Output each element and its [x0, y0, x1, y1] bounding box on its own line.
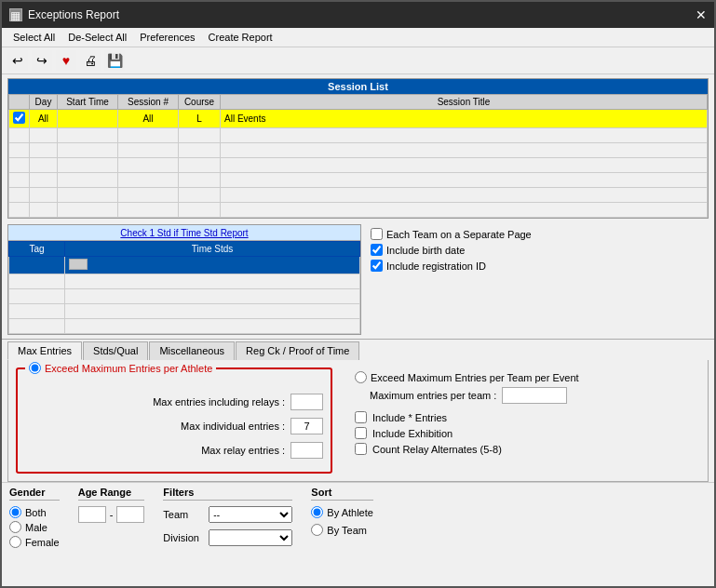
menu-select-all[interactable]: Select All [7, 30, 61, 45]
col-session: Session # [118, 95, 179, 110]
include-exhibition-option: Include Exhibition [355, 427, 696, 439]
exceed-team-label: Exceed Maximum Entries per Team per Even… [371, 372, 579, 383]
time-stds-row-selected [9, 257, 360, 274]
row-check[interactable] [9, 110, 30, 128]
redo-button[interactable]: ↪ [32, 50, 52, 71]
gender-both-radio[interactable] [9, 506, 21, 518]
age-separator: - [110, 509, 114, 520]
include-entries-label: Include * Entries [372, 412, 447, 423]
team-filter-select[interactable]: -- [209, 506, 292, 523]
window-icon: ▦ [9, 8, 22, 21]
max-per-team-label: Maximum entries per team : [370, 390, 496, 401]
option-each-team: Each Team on a Separate Page [371, 228, 705, 240]
exceed-team-option: Exceed Maximum Entries per Team per Even… [355, 371, 696, 383]
col-time-stds: Time Stds [65, 242, 360, 257]
main-window: ▦ Exceptions Report ✕ Select All De-Sele… [0, 0, 716, 588]
col-day: Day [30, 95, 58, 110]
time-stds-row [9, 289, 360, 304]
max-including-relays-input[interactable] [290, 394, 323, 410]
max-per-team-input[interactable] [502, 387, 567, 404]
age-range-section: Age Range - [78, 487, 145, 523]
count-relay-checkbox[interactable] [355, 443, 367, 455]
favorite-button[interactable]: ♥ [56, 50, 76, 71]
division-filter-label: Division [163, 532, 205, 543]
gender-male-label: Male [25, 522, 47, 533]
table-row [9, 188, 708, 203]
gender-both: Both [9, 506, 60, 518]
row-day: All [30, 110, 58, 128]
each-team-label: Each Team on a Separate Page [386, 229, 532, 240]
max-relay-label: Max relay entries : [201, 445, 285, 456]
sort-by-team: By Team [311, 524, 373, 536]
row-session: All [118, 110, 179, 128]
left-entries-panel: Exceed Maximum Entries per Athlete Max e… [16, 368, 332, 474]
exceed-athlete-radio[interactable] [29, 362, 41, 374]
sort-by-athlete: By Athlete [311, 506, 373, 518]
birth-date-checkbox[interactable] [371, 244, 383, 256]
tab-miscellaneous[interactable]: Miscellaneous [149, 341, 235, 360]
row-course: L [179, 110, 221, 128]
time-stds-row [9, 304, 360, 319]
session-table: Day Start Time Session # Course Session … [8, 94, 708, 218]
each-team-checkbox[interactable] [371, 228, 383, 240]
table-row[interactable]: All All L All Events [9, 110, 708, 128]
tab-max-entries[interactable]: Max Entries [7, 341, 82, 360]
col-title: Session Title [221, 95, 708, 110]
menu-create-report[interactable]: Create Report [203, 30, 278, 45]
max-including-relays-label: Max entries including relays : [153, 396, 285, 408]
max-relay-input[interactable] [290, 442, 323, 459]
session-list-header: Session List [8, 79, 708, 94]
col-course: Course [179, 95, 221, 110]
gender-section: Gender Both Male Female [9, 487, 60, 548]
menu-preferences[interactable]: Preferences [134, 30, 200, 45]
age-from-input[interactable] [78, 506, 106, 523]
age-range-inputs: - [78, 506, 145, 523]
time-stds-container: Check 1 Std if Time Std Report Tag Time … [7, 224, 361, 335]
bottom-bar: Gender Both Male Female Age Range [2, 482, 714, 554]
gender-male: Male [9, 521, 60, 533]
sort-athlete-radio[interactable] [311, 506, 323, 518]
window-title: Exceptions Report [28, 8, 119, 21]
max-entries-content: Exceed Maximum Entries per Athlete Max e… [16, 368, 700, 474]
team-filter-label: Team [163, 509, 205, 520]
max-individual-input[interactable] [290, 418, 323, 434]
gender-female: Female [9, 536, 60, 548]
sort-athlete-label: By Athlete [327, 507, 373, 518]
count-relay-option: Count Relay Alternates (5-8) [355, 443, 696, 455]
time-stds-link[interactable]: Check 1 Std if Time Std Report [8, 225, 360, 241]
save-button[interactable]: 💾 [104, 50, 125, 71]
options-container: Each Team on a Separate Page Include bir… [367, 224, 709, 335]
sort-team-label: By Team [327, 525, 367, 536]
row-start [58, 110, 118, 128]
include-exhibition-checkbox[interactable] [355, 427, 367, 439]
title-bar: ▦ Exceptions Report ✕ [2, 2, 714, 28]
undo-button[interactable]: ↩ [7, 50, 28, 71]
toolbar: ↩ ↪ ♥ 🖨 💾 [2, 47, 714, 74]
age-range-title: Age Range [78, 487, 145, 501]
left-entries-title: Exceed Maximum Entries per Athlete [25, 362, 216, 374]
include-exhibition-label: Include Exhibition [372, 428, 453, 439]
menu-deselect-all[interactable]: De-Select All [62, 30, 132, 45]
exceed-team-radio[interactable] [355, 371, 367, 383]
sort-title: Sort [311, 487, 373, 501]
tab-stds-qual[interactable]: Stds/Qual [83, 341, 148, 360]
filters-title: Filters [163, 487, 292, 501]
gender-male-radio[interactable] [9, 521, 21, 533]
max-relay-row: Max relay entries : [25, 442, 323, 459]
close-button[interactable]: ✕ [696, 7, 707, 22]
sort-team-radio[interactable] [311, 524, 323, 536]
age-to-input[interactable] [116, 506, 144, 523]
include-entries-checkbox[interactable] [355, 411, 367, 423]
tabs-bar: Max Entries Stds/Qual Miscellaneous Reg … [2, 340, 714, 360]
division-filter-row: Division [163, 529, 292, 546]
time-stds-link-text[interactable]: Check 1 Std if Time Std Report [120, 228, 248, 238]
right-entries-panel: Exceed Maximum Entries per Team per Even… [351, 368, 700, 474]
menu-bar: Select All De-Select All Preferences Cre… [2, 28, 714, 47]
tab-reg-ck[interactable]: Reg Ck / Proof of Time [236, 341, 359, 360]
registration-id-checkbox[interactable] [371, 260, 383, 272]
print-button[interactable]: 🖨 [80, 50, 101, 71]
division-filter-select[interactable] [209, 529, 292, 546]
col-check [9, 95, 30, 110]
gender-both-label: Both [25, 507, 47, 518]
gender-female-radio[interactable] [9, 536, 21, 548]
